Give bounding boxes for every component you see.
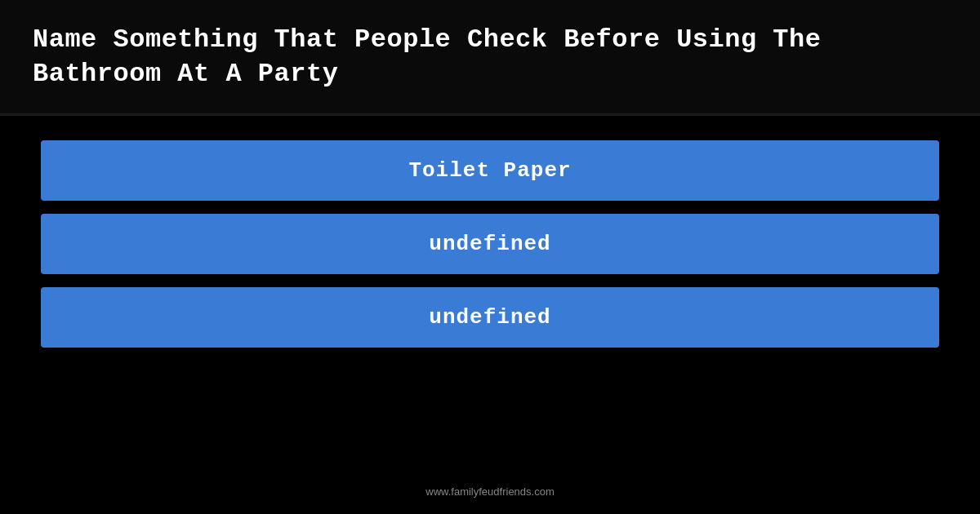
footer: www.familyfeudfriends.com <box>0 485 980 499</box>
question-header: Name Something That People Check Before … <box>0 0 980 116</box>
footer-url: www.familyfeudfriends.com <box>425 485 555 498</box>
answers-container: Toilet Paper undefined undefined <box>0 116 980 372</box>
answer-bar-3: undefined <box>41 287 939 348</box>
answer-label-1: Toilet Paper <box>408 158 571 183</box>
answer-bar-1: Toilet Paper <box>41 140 939 201</box>
answer-label-3: undefined <box>429 305 550 330</box>
answer-bar-2: undefined <box>41 214 939 274</box>
question-text: Name Something That People Check Before … <box>33 23 947 91</box>
answer-label-2: undefined <box>429 232 550 256</box>
